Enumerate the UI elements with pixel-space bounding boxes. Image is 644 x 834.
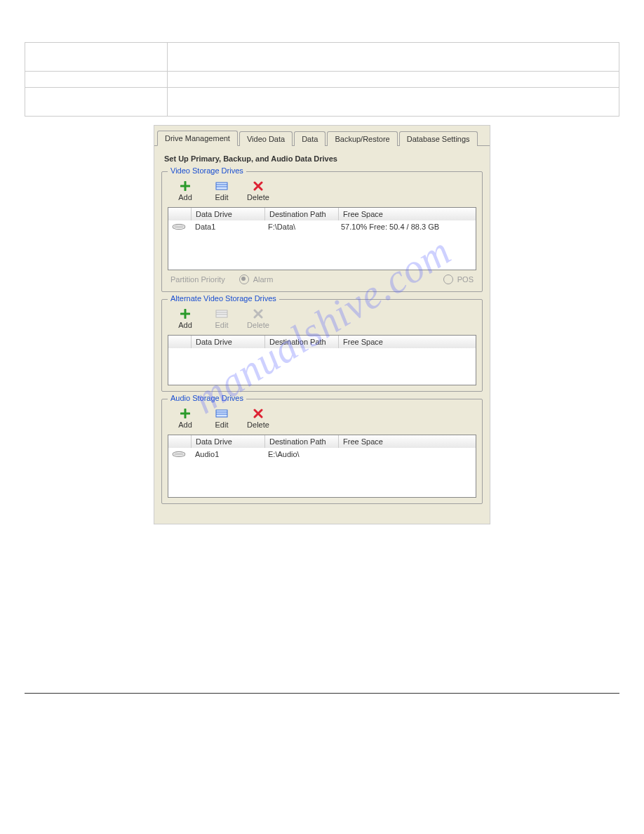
cell-path: E:\Audio\ [264,448,337,461]
col-icon[interactable] [168,435,192,448]
edit-label: Edit [215,193,229,201]
tab-drive-management[interactable]: Drive Management [157,131,238,146]
col-dest-path[interactable]: Destination Path [265,336,339,348]
radio-icon [443,274,453,284]
edit-label: Edit [215,321,229,329]
group-audio-storage: Audio Storage Drives Add Edit [161,399,483,504]
col-dest-path[interactable]: Destination Path [265,208,339,220]
panel-title: Set Up Primary, Backup, and Audio Data D… [164,154,483,163]
disk-icon [173,451,185,457]
tab-bar: Drive Management Video Data Data Backup/… [154,126,490,146]
radio-pos: POS [443,274,474,284]
edit-icon [215,180,228,192]
group-video-legend: Video Storage Drives [168,166,246,175]
group-alt-storage: Alternate Video Storage Drives Add Edit [161,299,483,392]
tab-backup-restore[interactable]: Backup/Restore [327,131,397,146]
add-label: Add [178,193,192,201]
cell-drive: Data1 [191,220,264,233]
add-label: Add [178,321,192,329]
plus-icon [179,308,192,319]
cell-free [337,452,476,456]
table-row[interactable]: Audio1 E:\Audio\ [168,448,476,461]
table-audio: Data Drive Destination Path Free Space A… [168,435,476,498]
cell-drive: Audio1 [191,448,264,461]
partition-priority-label: Partition Priority [170,275,225,284]
delete-icon [252,308,264,319]
delete-icon [252,180,264,192]
edit-icon [215,408,228,419]
col-data-drive[interactable]: Data Drive [192,208,265,220]
col-data-drive[interactable]: Data Drive [192,336,265,348]
edit-label: Edit [215,421,229,429]
delete-button[interactable]: Delete [245,180,271,201]
svg-rect-6 [216,410,227,417]
cell-free: 57.10% Free: 50.4 / 88.3 GB [337,220,476,233]
delete-icon [252,408,264,419]
col-dest-path[interactable]: Destination Path [265,435,339,448]
settings-panel: manualshive.com Drive Management Video D… [154,125,490,524]
toolbar-video: Add Edit Delete [168,179,476,207]
add-button[interactable]: Add [172,308,199,329]
plus-icon [179,408,192,419]
edit-icon [215,308,228,319]
partition-priority-row: Partition Priority Alarm POS [168,270,476,286]
group-alt-legend: Alternate Video Storage Drives [168,294,279,303]
group-audio-legend: Audio Storage Drives [168,394,246,402]
top-metadata-table [25,42,619,117]
tab-video-data[interactable]: Video Data [239,131,293,146]
toolbar-alt: Add Edit Delete [168,307,476,335]
col-data-drive[interactable]: Data Drive [192,435,265,448]
radio-alarm: Alarm [239,274,274,284]
disk-icon [173,224,185,230]
col-free-space[interactable]: Free Space [339,336,476,348]
add-button[interactable]: Add [172,180,199,201]
add-button[interactable]: Add [172,408,199,429]
table-video: Data Drive Destination Path Free Space D… [168,207,476,270]
col-free-space[interactable]: Free Space [339,208,476,220]
col-icon[interactable] [168,208,192,220]
pos-label: POS [457,275,474,284]
alarm-label: Alarm [253,275,274,284]
edit-button[interactable]: Edit [208,408,235,429]
footer-divider [25,693,619,694]
col-icon[interactable] [168,336,192,348]
cell-path: F:\Data\ [264,220,337,233]
col-free-space[interactable]: Free Space [339,435,476,448]
plus-icon [179,180,192,192]
add-label: Add [178,421,192,429]
delete-label: Delete [247,321,269,329]
delete-button-disabled: Delete [245,308,271,329]
radio-icon [239,274,249,284]
edit-button[interactable]: Edit [208,180,235,201]
svg-rect-3 [216,310,227,317]
delete-button[interactable]: Delete [245,408,271,429]
toolbar-audio: Add Edit Delete [168,406,476,435]
group-video-storage: Video Storage Drives Add Edit [161,171,483,292]
table-row[interactable]: Data1 F:\Data\ 57.10% Free: 50.4 / 88.3 … [168,220,476,233]
tab-data[interactable]: Data [294,131,326,146]
tab-database-settings[interactable]: Database Settings [399,131,478,146]
svg-rect-0 [216,183,227,190]
table-alt: Data Drive Destination Path Free Space [168,335,476,385]
edit-button-disabled: Edit [208,308,235,329]
delete-label: Delete [247,421,269,429]
delete-label: Delete [247,193,269,201]
